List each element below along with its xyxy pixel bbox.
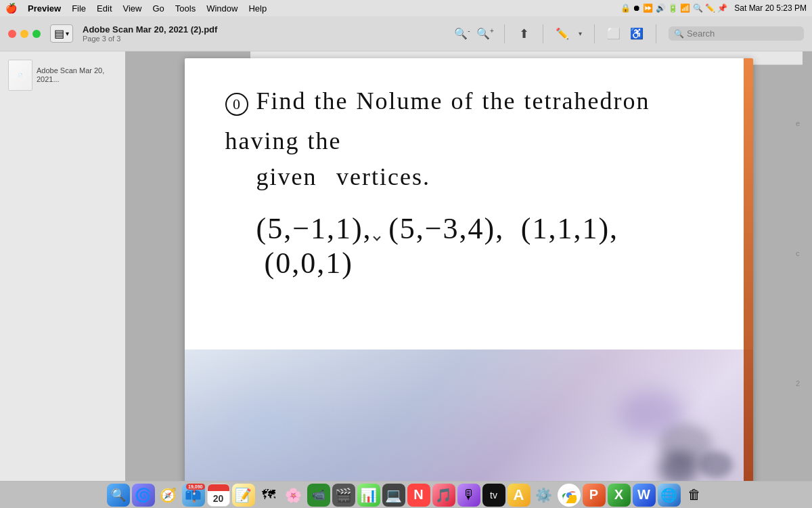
search-icon: 🔍 — [674, 29, 684, 39]
problem-text-the2: the — [482, 85, 516, 117]
main-content: 0 Find the Nolume of the tetrahedron hav… — [125, 51, 812, 481]
document-page: 0 Find the Nolume of the tetrahedron hav… — [185, 58, 753, 481]
dock-numbers[interactable]: 📊 — [357, 484, 380, 507]
menubar-left: 🍎 Preview File Edit View Go Tools Window… — [5, 3, 267, 14]
traffic-lights — [8, 30, 41, 38]
dock-notes[interactable]: 📝 — [232, 484, 255, 507]
chevron-down-icon: ▾ — [66, 30, 69, 37]
menu-go[interactable]: Go — [152, 3, 164, 14]
annotate-button[interactable]: ✏️ — [556, 27, 569, 41]
problem-text-nolume: Nolume — [357, 85, 443, 117]
toolbar-left: ▤ ▾ Adobe Scan Mar 20, 2021 (2).pdf Page… — [8, 24, 217, 43]
problem-text-find: Find — [256, 85, 307, 117]
menu-tools[interactable]: Tools — [175, 3, 196, 14]
handwritten-text: 0 Find the Nolume of the tetrahedron hav… — [225, 85, 719, 280]
problem-text-of: of — [451, 85, 474, 117]
problem-vertices: (5,−1,1), (5,−3,4), (1,1,1), (0,0,1) — [225, 211, 719, 280]
dock-app-a[interactable]: A — [508, 484, 531, 507]
dock-news[interactable]: N — [407, 484, 430, 507]
dock-quicktime[interactable]: 🎬 — [332, 484, 355, 507]
sidebar-icon: ▤ — [54, 27, 64, 40]
dock-podcasts[interactable]: 🎙 — [457, 484, 480, 507]
problem-text-vertices: vertices. — [336, 163, 430, 190]
menu-right-icons: 🔒 ⏺ ⏩ 🔊 🔋 📶 🔍 ✏️ 📌 — [621, 3, 728, 13]
problem-text-the3: the — [307, 125, 341, 157]
document-page-info: Page 3 of 3 — [83, 35, 120, 43]
toolbar-separator-2 — [543, 24, 543, 43]
problem-line1: 0 Find the Nolume of the tetrahedron hav… — [225, 85, 719, 157]
minimize-button[interactable] — [20, 30, 28, 38]
page-marker-2: 2 — [796, 379, 800, 387]
dock-facetime[interactable]: 📹 — [307, 484, 330, 507]
menubar-right: 🔒 ⏺ ⏩ 🔊 🔋 📶 🔍 ✏️ 📌 Sat Mar 20 5:23 PM — [621, 3, 807, 13]
document-title-area: Adobe Scan Mar 20, 2021 (2).pdf Page 3 o… — [83, 24, 217, 43]
photo-blob1 — [225, 397, 307, 451]
vertex1: (5,−1,1), — [256, 212, 372, 245]
dock: 🔍 🌀 🧭 📫 19,090 20 📝 🗺 🌸 📹 🎬 📊 💻 N 🎵 🎙 tv… — [0, 481, 812, 508]
search-bar[interactable]: 🔍 — [669, 26, 804, 41]
toolbar-separator-4 — [656, 24, 656, 43]
sidebar: 📄 Adobe Scan Mar 20, 2021... — [0, 51, 125, 481]
dock-appletv[interactable]: tv — [482, 484, 505, 507]
page-thumbnail: 📄 — [8, 60, 32, 91]
dock-browser[interactable]: 🌐 — [658, 484, 681, 507]
right-numbers: e c 2 — [796, 119, 800, 387]
dock-monitor[interactable]: 💻 — [382, 484, 405, 507]
dock-photos[interactable]: 🌸 — [282, 484, 305, 507]
menu-datetime: Sat Mar 20 5:23 PM — [734, 3, 807, 13]
apple-menu[interactable]: 🍎 — [5, 3, 17, 14]
menu-edit[interactable]: Edit — [97, 3, 112, 14]
new-page-button[interactable]: ⬜ — [607, 27, 621, 41]
vertex3: (1,1,1), — [521, 212, 618, 245]
dock-settings[interactable]: ⚙️ — [533, 484, 556, 507]
menu-help[interactable]: Help — [248, 3, 267, 14]
calendar-date: 20 — [213, 493, 224, 504]
dock-maps[interactable]: 🗺 — [257, 484, 280, 507]
orange-strip — [744, 58, 753, 481]
sidebar-toggle[interactable]: ▤ ▾ — [50, 24, 73, 43]
toolbar-separator-3 — [594, 24, 595, 43]
problem-line2: given vertices. — [225, 163, 719, 191]
dock-calendar[interactable]: 20 — [207, 484, 230, 507]
menu-view[interactable]: View — [123, 3, 142, 14]
zoom-out-button[interactable]: 🔍- — [455, 27, 469, 41]
fullscreen-button[interactable] — [32, 30, 41, 38]
toolbar-actions: 🔍- 🔍+ ⬆ ✏️ ▾ ⬜ ♿ 🔍 — [455, 24, 804, 43]
page-marker-e2: c — [796, 249, 800, 257]
dock-chrome[interactable] — [558, 484, 581, 507]
toolbar: ▤ ▾ Adobe Scan Mar 20, 2021 (2).pdf Page… — [0, 16, 812, 51]
problem-text-given: given — [256, 163, 317, 190]
menu-window[interactable]: Window — [206, 3, 238, 14]
sidebar-item[interactable]: 📄 Adobe Scan Mar 20, 2021... — [3, 57, 122, 93]
problem-text-having: having — [225, 125, 300, 157]
sidebar-item-label: Adobe Scan Mar 20, 2021... — [37, 66, 117, 84]
photo-blob4 — [699, 451, 733, 478]
share-button[interactable]: ⬆ — [517, 27, 531, 41]
page-content-area: 0 Find the Nolume of the tetrahedron hav… — [185, 58, 753, 294]
dock-launchpad[interactable]: 🌀 — [132, 484, 155, 507]
search-input[interactable] — [687, 28, 795, 39]
problem-text-the1: the — [315, 85, 348, 117]
photo-area — [185, 350, 753, 481]
dock-powerpoint[interactable]: P — [583, 484, 606, 507]
menu-file[interactable]: File — [72, 3, 86, 14]
menu-preview[interactable]: Preview — [28, 3, 61, 14]
page-marker-e1: e — [796, 119, 800, 127]
close-button[interactable] — [8, 30, 16, 38]
toolbar-separator-1 — [504, 24, 505, 43]
menubar: 🍎 Preview File Edit View Go Tools Window… — [0, 0, 812, 16]
annotate-chevron[interactable]: ▾ — [579, 30, 582, 37]
dock-safari[interactable]: 🧭 — [157, 484, 180, 507]
dock-excel[interactable]: X — [608, 484, 631, 507]
vertex2: (5,−3,4), — [388, 212, 504, 245]
dock-trash[interactable]: 🗑 — [683, 484, 706, 507]
dock-mail[interactable]: 📫 19,090 — [182, 484, 205, 507]
vertex4: (0,0,1) — [265, 247, 353, 280]
dock-finder[interactable]: 🔍 — [107, 484, 130, 507]
document-title: Adobe Scan Mar 20, 2021 (2).pdf — [83, 24, 217, 35]
zoom-in-button[interactable]: 🔍+ — [478, 27, 492, 41]
thumbnail-preview: 📄 — [9, 60, 32, 90]
dock-music[interactable]: 🎵 — [432, 484, 455, 507]
accessibility-button[interactable]: ♿ — [630, 27, 644, 41]
dock-word[interactable]: W — [633, 484, 656, 507]
